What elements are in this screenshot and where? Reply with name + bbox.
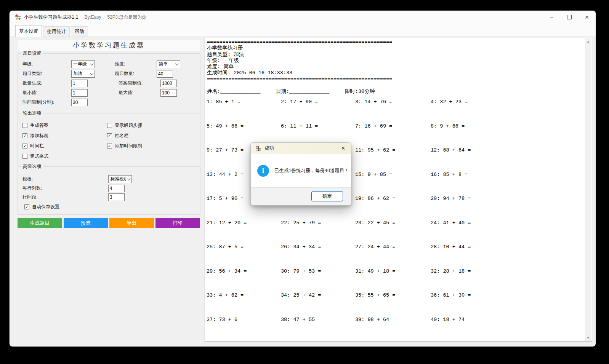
problem: 37: 73 + 6 = [207, 317, 281, 341]
page-title: 小学数学习题生成器 [18, 40, 200, 51]
ok-button[interactable]: 确定 [311, 191, 343, 201]
type-value: 加法 [73, 70, 82, 77]
title-bar: 小学生数学习题生成器1.1 By:Easy 52PJ:思念是因为你 – ✕ [10, 11, 596, 24]
tab-label: 基本设置 [19, 28, 38, 35]
checkbox-label: 姓名栏 [115, 133, 128, 139]
checkbox-icon: ✓ [107, 133, 112, 138]
close-icon: ✕ [341, 145, 345, 151]
problem: 2: 17 + 90 = [281, 99, 355, 123]
worksheet-header: ========================================… [207, 39, 583, 95]
dialog-title: 成功 [264, 145, 340, 152]
problem: 40: 18 + 74 = [431, 317, 583, 341]
window-title: 小学生数学习题生成器1.1 [24, 14, 78, 21]
problem: 27: 24 + 44 = [355, 244, 431, 268]
tab-help[interactable]: 帮助 [71, 26, 88, 37]
checkbox-label: 时间栏 [30, 143, 44, 149]
problems-grid: 1: 85 + 1 = 2: 17 + 90 = 3: 14 + 76 = 4:… [207, 99, 583, 341]
problem: 4: 32 + 23 = [431, 99, 583, 123]
template-value: 标准模板 [110, 176, 126, 182]
problem: 29: 56 + 34 = [207, 268, 281, 293]
tab-strip: 基本设置 使用统计 帮助 [10, 24, 596, 37]
chevron-down-icon [175, 62, 179, 65]
row-spacing-input[interactable] [108, 193, 125, 201]
export-button[interactable]: 导出 [109, 218, 154, 228]
checkbox-icon: ✓ [107, 144, 112, 148]
preview-button[interactable]: 预览 [64, 218, 108, 228]
difficulty-label: 难度: [115, 61, 157, 67]
checkbox-name-field[interactable]: ✓ 姓名栏 [107, 131, 197, 141]
grade-value: 一年级 [73, 61, 87, 67]
checkbox-icon: ✓ [22, 144, 27, 148]
checkbox-icon: ✓ [22, 133, 27, 138]
tab-basic-settings[interactable]: 基本设置 [15, 25, 42, 37]
checkbox-add-title[interactable]: ✓ 添加标题 [22, 131, 107, 141]
minimize-icon: – [550, 14, 553, 20]
worksheet-type: 题目类型: 加法 [207, 52, 583, 58]
tab-label: 帮助 [75, 29, 84, 35]
problem: 7: 16 + 69 = [355, 123, 431, 148]
time-limit-label: 时间限制(分钟): [22, 99, 71, 105]
checkbox-icon [107, 123, 112, 128]
close-icon: ✕ [585, 14, 589, 20]
maximize-button[interactable] [561, 11, 578, 24]
worksheet-difficulty: 难度: 简单 [207, 64, 583, 70]
checkbox-icon [22, 154, 27, 159]
maximize-icon [567, 15, 572, 19]
dialog-close-button[interactable]: ✕ [340, 145, 346, 151]
tab-usage-stats[interactable]: 使用统计 [43, 26, 70, 37]
tab-label: 使用统计 [47, 29, 66, 35]
count-input[interactable] [157, 70, 173, 78]
template-select[interactable]: 标准模板 [108, 175, 132, 183]
min-label: 最小值: [22, 89, 71, 96]
template-label: 模板: [22, 176, 108, 182]
checkbox-label: 显示解题步骤 [115, 122, 142, 129]
problem: 8: 9 + 66 = [431, 123, 583, 148]
scroll-up-icon[interactable]: ▲ [585, 38, 591, 45]
worksheet-timestamp: 生成时间: 2025-06-16 18:33:33 [207, 70, 583, 76]
success-dialog: 成功 ✕ i 已生成1份练习册，每份40道题目！ 确定 [250, 142, 351, 206]
type-select[interactable]: 加法 [71, 70, 95, 78]
batch-input[interactable] [71, 80, 88, 87]
app-icon [15, 14, 21, 20]
blank-line [207, 83, 583, 89]
difficulty-select[interactable]: 简单 [157, 60, 180, 68]
checkbox-vertical-format[interactable]: 竖式格式 [22, 151, 107, 161]
checkbox-icon: ✓ [24, 204, 29, 209]
problem: 19: 86 + 62 = [355, 196, 431, 220]
problem: 3: 14 + 76 = [355, 99, 431, 123]
batch-label: 批量生成: [22, 80, 71, 86]
time-limit-input[interactable] [71, 99, 88, 106]
problem: 23: 22 + 45 = [355, 220, 431, 244]
scroll-down-icon[interactable]: ▼ [585, 335, 591, 341]
max-input[interactable] [160, 89, 177, 97]
checkbox-show-steps[interactable]: 显示解题步骤 [107, 120, 197, 131]
problem: 24: 41 + 40 = [431, 220, 583, 244]
worksheet-title: 小学数学练习册 [207, 45, 583, 51]
checkbox-autosave-settings[interactable]: ✓ 自动保存设置 [24, 202, 59, 212]
problem: 22: 25 + 79 = [281, 220, 355, 244]
checkbox-add-time-limit[interactable]: ✓ 添加时间限制 [107, 141, 197, 151]
name-date-timelimit-line: 姓名:_____________ 日期:_____________ 限时:30分… [207, 89, 583, 95]
window-byline: By:Easy [84, 14, 101, 20]
group-legend: 高级选项 [21, 164, 43, 169]
app-window: 小学生数学习题生成器1.1 By:Easy 52PJ:思念是因为你 – ✕ 基本… [10, 11, 596, 346]
problem: 26: 34 + 34 = [281, 244, 355, 268]
checkbox-time-field[interactable]: ✓ 时间栏 [22, 141, 107, 151]
columns-per-row-input[interactable] [108, 185, 125, 192]
grade-label: 年级: [22, 61, 71, 67]
minimize-button[interactable]: – [543, 11, 561, 24]
print-button[interactable]: 打印 [155, 218, 200, 228]
problem: 30: 79 + 53 = [281, 268, 355, 293]
checkbox-generate-answers[interactable]: 生成答案 [22, 120, 107, 131]
close-button[interactable]: ✕ [578, 11, 596, 24]
vertical-scrollbar[interactable]: ▲ ▼ [585, 38, 591, 341]
worksheet-grade: 年级: 一年级 [207, 58, 583, 64]
generate-button[interactable]: 生成题目 [18, 218, 62, 228]
answer-limit-input[interactable] [160, 80, 177, 87]
checkbox-icon [22, 123, 27, 128]
min-input[interactable] [71, 89, 88, 97]
problem: 20: 94 + 78 = [431, 196, 583, 220]
checkbox-label: 生成答案 [30, 122, 48, 129]
type-label: 题目类型: [22, 70, 71, 77]
grade-select[interactable]: 一年级 [71, 60, 95, 68]
